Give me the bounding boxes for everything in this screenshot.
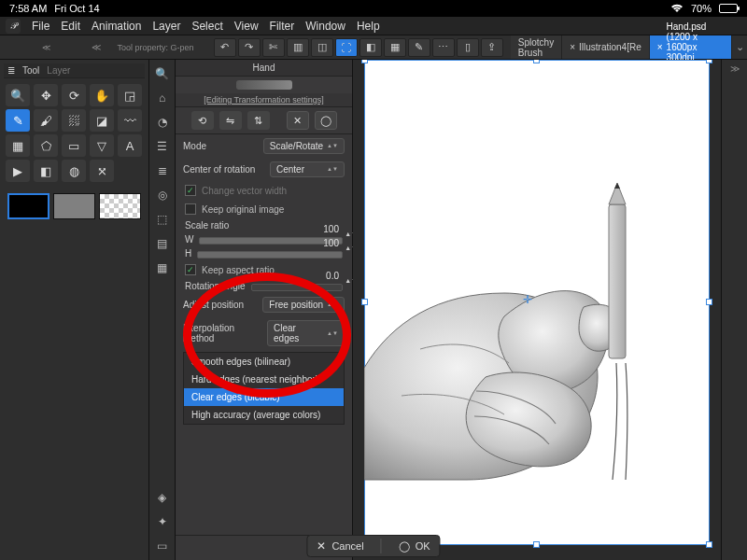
menu-help[interactable]: Help bbox=[357, 20, 380, 33]
change-vector-label: Change vector width bbox=[202, 186, 287, 196]
tool-panel-tab[interactable]: Tool bbox=[22, 65, 39, 76]
menu-edit[interactable]: Edit bbox=[61, 20, 80, 33]
interp-select[interactable]: Clear edges ▲▼ bbox=[267, 320, 345, 346]
menu-view[interactable]: View bbox=[234, 20, 259, 33]
tab-illustration[interactable]: ×Illustration4[Re bbox=[562, 35, 650, 59]
canvas-area[interactable]: ✛ bbox=[353, 60, 721, 560]
handle-tm[interactable] bbox=[533, 60, 540, 63]
transform-flip-h-icon[interactable]: ⇋ bbox=[219, 111, 242, 130]
top-layer-icon[interactable]: ▦ bbox=[384, 38, 406, 57]
top-more-icon[interactable]: ⋯ bbox=[432, 38, 455, 57]
top-paste-icon[interactable]: ▥ bbox=[287, 38, 309, 57]
top-device-icon[interactable]: ▯ bbox=[457, 38, 479, 57]
menu-file[interactable]: File bbox=[32, 20, 49, 33]
menu-animation[interactable]: Animation bbox=[92, 20, 141, 33]
tool-zoom[interactable]: 🔍 bbox=[6, 84, 30, 106]
menu-filter[interactable]: Filter bbox=[270, 20, 295, 33]
tool-dot[interactable]: ▦ bbox=[6, 134, 30, 157]
transform-cancel-icon[interactable]: ✕ bbox=[287, 111, 309, 130]
qicon-animation[interactable]: ✦ bbox=[152, 511, 173, 532]
transparent-swatch[interactable] bbox=[99, 193, 141, 219]
layer-panel-tab[interactable]: Layer bbox=[47, 65, 70, 76]
top-cut-icon[interactable]: ✄ bbox=[262, 38, 285, 57]
tool-brush[interactable]: 🖌 bbox=[34, 109, 58, 132]
close-icon[interactable]: × bbox=[570, 42, 575, 52]
transform-flip-v-icon[interactable]: ⇅ bbox=[247, 111, 270, 130]
top-export-icon[interactable]: ⇪ bbox=[481, 38, 503, 57]
background-color-swatch[interactable] bbox=[53, 193, 95, 219]
app-icon[interactable]: 𝒫 bbox=[6, 19, 21, 34]
top-select-icon[interactable]: ◧ bbox=[359, 38, 382, 57]
tool-palette: ≣ Tool Layer 🔍 ✥ ⟳ ✋ ◲ ✎ 🖌 ⛆ ◪ 〰 ▦ ⬠ ▭ ▽… bbox=[0, 60, 149, 560]
top-effect-icon[interactable]: ✎ bbox=[408, 38, 430, 57]
tab-hand[interactable]: ×Hand.psd (1200 x 1600px 300dpi 81.3%) bbox=[650, 35, 732, 59]
tab-splotchy[interactable]: Splotchy Brush bbox=[511, 35, 562, 59]
pivot-icon[interactable]: ✛ bbox=[523, 293, 532, 306]
tool-eyedrop[interactable]: ⤧ bbox=[90, 160, 114, 182]
tool-gradient[interactable]: ◧ bbox=[34, 160, 58, 182]
qicon-navigator[interactable]: ⌂ bbox=[152, 88, 173, 108]
foreground-color-swatch[interactable] bbox=[7, 193, 49, 219]
rotation-slider[interactable]: 0.0 ▲▼ bbox=[251, 282, 344, 291]
qicon-subview[interactable]: ▤ bbox=[152, 233, 173, 254]
transform-reset-icon[interactable]: ⟲ bbox=[191, 111, 214, 130]
qicon-timeline[interactable]: ▭ bbox=[152, 536, 173, 556]
edit-transform-link[interactable]: [Editing Transformation settings] bbox=[176, 93, 352, 107]
qicon-history[interactable]: ≣ bbox=[152, 161, 173, 181]
scale-h-slider[interactable]: 100 ▲▼ bbox=[197, 249, 343, 259]
handle-br[interactable] bbox=[706, 541, 712, 548]
canvas-page[interactable]: ✛ bbox=[364, 60, 710, 545]
mode-select[interactable]: Scale/Rotate ▲▼ bbox=[263, 138, 345, 154]
tool-rotate[interactable]: ⟳ bbox=[62, 84, 86, 106]
adjust-pos-select[interactable]: Free position ▲▼ bbox=[262, 297, 345, 313]
scale-w-slider[interactable]: 100 ▲▼ bbox=[199, 235, 343, 245]
interp-option-nearest[interactable]: Hard edges (nearest neighbor) bbox=[184, 371, 344, 388]
top-undo-icon[interactable]: ↶ bbox=[214, 38, 236, 57]
top-flip-icon[interactable]: ◫ bbox=[311, 38, 333, 57]
menu-layer[interactable]: Layer bbox=[152, 20, 180, 33]
expand-right-icon[interactable]: ≫ bbox=[722, 60, 747, 74]
handle-bm[interactable] bbox=[533, 541, 540, 548]
tool-operation[interactable]: ◲ bbox=[118, 84, 142, 106]
qicon-3d[interactable]: ◈ bbox=[152, 487, 173, 508]
top-transform-icon[interactable]: ⛶ bbox=[335, 38, 358, 57]
interp-option-bilinear[interactable]: Smooth edges (bilinear) bbox=[184, 353, 344, 371]
top-redo-icon[interactable]: ↷ bbox=[238, 38, 261, 57]
tool-ruler[interactable]: ▽ bbox=[90, 134, 114, 157]
tool-airbrush[interactable]: ⛆ bbox=[62, 109, 86, 132]
menu-window[interactable]: Window bbox=[305, 20, 345, 33]
close-icon[interactable]: × bbox=[657, 42, 663, 52]
interp-option-average[interactable]: High accuracy (average colors) bbox=[184, 406, 344, 424]
qicon-auto[interactable]: ◎ bbox=[152, 185, 173, 205]
keep-original-checkbox[interactable] bbox=[185, 203, 196, 215]
tool-frame[interactable]: ▭ bbox=[62, 134, 86, 157]
tool-shape[interactable]: ⬠ bbox=[34, 134, 58, 157]
qicon-material[interactable]: ⬚ bbox=[152, 209, 173, 230]
qicon-color[interactable]: ◔ bbox=[152, 112, 173, 133]
tool-fill[interactable]: ◍ bbox=[62, 160, 86, 182]
transform-confirm-icon[interactable]: ◯ bbox=[315, 111, 337, 130]
handle-tl[interactable] bbox=[361, 60, 368, 63]
qicon-search[interactable]: 🔍 bbox=[152, 63, 173, 84]
tool-move[interactable]: ✥ bbox=[34, 84, 58, 106]
handle-tr[interactable] bbox=[706, 60, 712, 63]
tool-blend[interactable]: 〰 bbox=[118, 109, 142, 132]
qicon-info[interactable]: ▦ bbox=[152, 258, 173, 278]
tool-eraser[interactable]: ◪ bbox=[90, 109, 114, 132]
tool-text[interactable]: A bbox=[118, 134, 142, 157]
collapse-icon[interactable]: ≪ bbox=[92, 35, 101, 59]
ok-button[interactable]: ◯OK bbox=[399, 540, 430, 553]
tool-hand[interactable]: ✋ bbox=[90, 84, 114, 106]
qicon-layers[interactable]: ☰ bbox=[152, 136, 173, 157]
menu-select[interactable]: Select bbox=[191, 20, 222, 33]
collapse-left-icon[interactable]: ≪ bbox=[42, 43, 50, 52]
check-icon[interactable]: ✓ bbox=[185, 185, 196, 196]
panel-drag-icon[interactable]: ≣ bbox=[7, 65, 15, 76]
tool-select[interactable]: ▶ bbox=[6, 160, 30, 182]
tabs-overflow-icon[interactable]: ⌄ bbox=[732, 35, 747, 59]
cancel-button[interactable]: ✕Cancel bbox=[317, 539, 363, 553]
center-select[interactable]: Center ▲▼ bbox=[270, 161, 345, 177]
interp-option-bicubic[interactable]: Clear edges (bicubic) bbox=[184, 388, 344, 406]
keep-aspect-checkbox[interactable]: ✓ bbox=[185, 264, 196, 275]
tool-pen[interactable]: ✎ bbox=[6, 109, 30, 132]
